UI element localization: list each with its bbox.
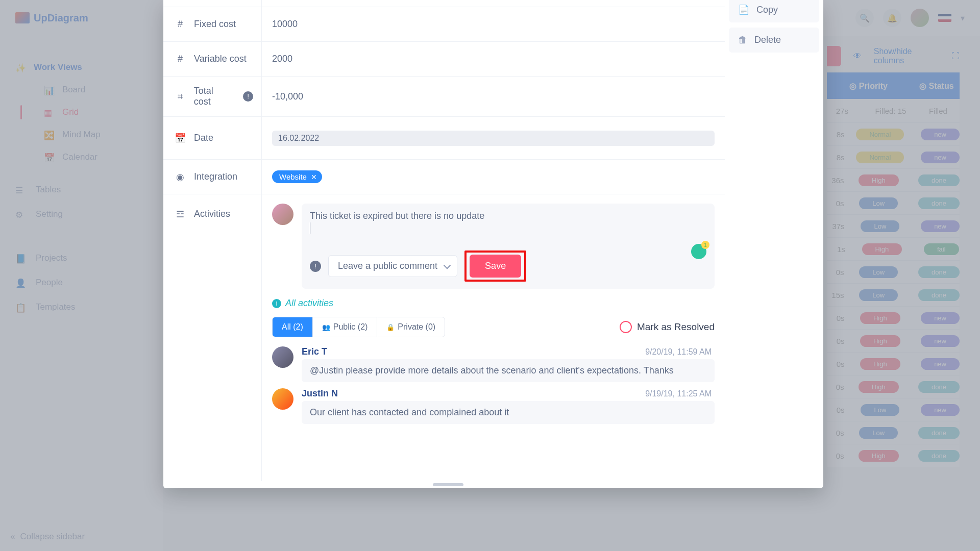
modal-scrollbar[interactable]	[163, 481, 725, 488]
copy-icon: 📄	[738, 4, 749, 15]
field-label-text: Total cost	[194, 86, 232, 107]
field-total-cost: ⌗ Total cost ! -10,000	[163, 77, 725, 117]
comment-time: 9/19/19, 11:25 AM	[645, 389, 712, 398]
visibility-select[interactable]: Leave a public comment	[328, 255, 457, 277]
all-activities-link[interactable]: i All activities	[272, 298, 715, 309]
avatar	[272, 346, 293, 368]
field-value-integration[interactable]: Website ✕	[261, 160, 725, 194]
comment-author: Eric T	[302, 346, 327, 357]
field-variable-cost: # Variable cost 2000	[163, 42, 725, 77]
date-chip[interactable]: 16.02.2022	[272, 131, 715, 146]
copy-button[interactable]: 📄 Copy	[729, 0, 819, 22]
field-value-fixed-cost[interactable]: 10000	[261, 7, 725, 41]
comment-body: Our client has contacted and complained …	[302, 401, 715, 424]
info-icon: i	[272, 299, 281, 308]
comment-author: Justin N	[302, 388, 338, 399]
comment-thread: Eric T 9/20/19, 11:59 AM @Justin please …	[272, 346, 715, 424]
people-icon: 👥	[322, 323, 330, 331]
select-label: Leave a public comment	[338, 261, 437, 271]
tab-public[interactable]: 👥 Public (2)	[312, 317, 377, 337]
activity-tabs: All (2) 👥 Public (2) 🔒 Private (0)	[272, 317, 445, 337]
radio-icon	[620, 321, 632, 333]
hash-icon: #	[175, 54, 186, 64]
resolve-label: Mark as Resolved	[637, 321, 715, 333]
info-badge-icon[interactable]: !	[243, 91, 253, 102]
integration-tag[interactable]: Website ✕	[272, 170, 322, 183]
formula-icon: ⌗	[175, 91, 186, 102]
close-icon[interactable]: ✕	[311, 173, 317, 181]
modal-action-sidebar: 📄 Copy 🗑 Delete	[725, 0, 823, 488]
comment-composer: This ticket is expired but there is no u…	[272, 204, 715, 289]
lock-icon: 🔒	[386, 323, 395, 331]
field-value-total-cost: -10,000	[261, 77, 725, 116]
field-label-text: Integration	[194, 171, 237, 182]
save-button[interactable]: Save	[470, 255, 521, 278]
info-icon[interactable]: !	[310, 261, 321, 272]
hash-icon: #	[175, 19, 186, 30]
mark-resolved-toggle[interactable]: Mark as Resolved	[620, 321, 715, 333]
action-label: Delete	[754, 35, 781, 45]
tag-label: Website	[279, 172, 307, 181]
comment-body: @Justin please provide more details abou…	[302, 359, 715, 382]
presence-indicator-icon	[691, 244, 706, 259]
comment-text[interactable]: This ticket is expired but there is no u…	[310, 211, 706, 241]
ticket-detail-modal: # Fixed cost 10000 # Variable cost 2000 …	[163, 0, 823, 488]
avatar	[272, 388, 293, 410]
comment-entry: Justin N 9/19/19, 11:25 AM Our client ha…	[272, 388, 715, 424]
activity-panel: This ticket is expired but there is no u…	[261, 194, 725, 481]
comment-controls: ! Leave a public comment Save	[310, 251, 706, 282]
comment-time: 9/20/19, 11:59 AM	[645, 347, 712, 357]
field-label-text: Fixed cost	[194, 19, 236, 30]
delete-button[interactable]: 🗑 Delete	[729, 28, 819, 53]
field-activities: ☲ Activities This ticket is expired but …	[163, 194, 725, 481]
save-button-highlight: Save	[464, 251, 526, 282]
field-label-text: Activities	[194, 209, 230, 219]
calendar-icon: 📅	[175, 133, 186, 144]
modal-main: # Fixed cost 10000 # Variable cost 2000 …	[163, 0, 725, 488]
field-fixed-cost: # Fixed cost 10000	[163, 7, 725, 42]
avatar	[272, 204, 293, 225]
field-value-variable-cost[interactable]: 2000	[261, 42, 725, 76]
all-activities-label: All activities	[285, 298, 333, 309]
activity-filter-row: All (2) 👥 Public (2) 🔒 Private (0) Mark …	[272, 317, 715, 337]
field-integration: ◉ Integration Website ✕	[163, 160, 725, 194]
comment-input[interactable]: This ticket is expired but there is no u…	[302, 204, 715, 289]
field-label-text: Variable cost	[194, 54, 247, 64]
action-label: Copy	[756, 5, 778, 15]
dropdown-icon: ◉	[175, 171, 186, 183]
tab-private[interactable]: 🔒 Private (0)	[377, 317, 445, 337]
field-date: 📅 Date 16.02.2022	[163, 117, 725, 160]
field-label-text: Date	[194, 133, 213, 143]
field-value-date[interactable]: 16.02.2022	[261, 117, 725, 159]
trash-icon: 🗑	[738, 35, 747, 45]
tab-all[interactable]: All (2)	[273, 317, 312, 337]
comment-entry: Eric T 9/20/19, 11:59 AM @Justin please …	[272, 346, 715, 382]
list-icon: ☲	[175, 209, 186, 220]
